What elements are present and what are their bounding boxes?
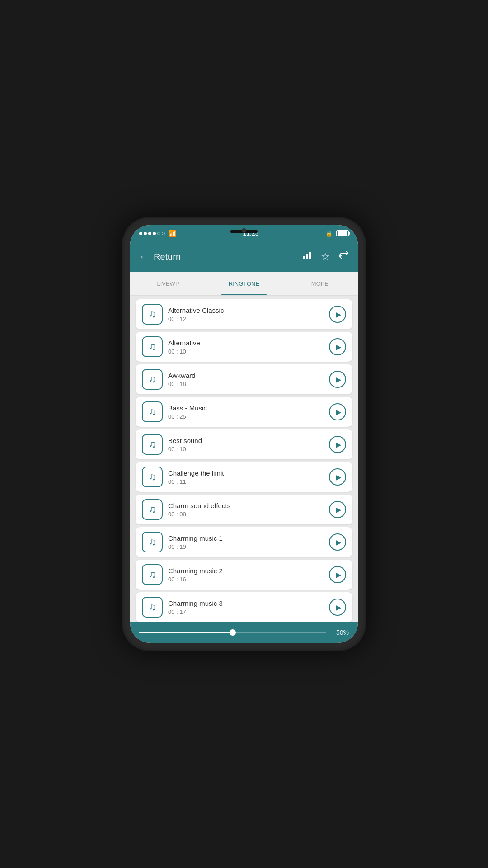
song-thumb-6: ♫	[142, 499, 163, 520]
song-item-2[interactable]: ♫ Awkward 00 : 18 ▶	[136, 364, 352, 394]
song-title-5: Challenge the limit	[168, 469, 324, 477]
song-item-1[interactable]: ♫ Alternative 00 : 10 ▶	[136, 332, 352, 362]
play-icon-1: ▶	[336, 343, 341, 351]
signal-dot-3	[148, 232, 151, 235]
share-icon[interactable]	[339, 250, 349, 263]
play-button-4[interactable]: ▶	[329, 436, 346, 453]
tab-ringtone[interactable]: RINGTONE	[206, 272, 282, 295]
music-note-icon-6: ♫	[149, 504, 156, 515]
play-button-6[interactable]: ▶	[329, 501, 346, 518]
svg-rect-2	[309, 252, 311, 259]
status-right: 🔒	[325, 230, 349, 237]
song-info-3: Bass - Music 00 : 25	[168, 404, 324, 420]
song-thumb-8: ♫	[142, 564, 163, 585]
tab-livewp[interactable]: LIVEWP	[130, 272, 206, 295]
volume-slider-fill	[139, 632, 233, 633]
song-duration-2: 00 : 18	[168, 381, 324, 387]
signal-dot-2	[144, 232, 147, 235]
play-button-8[interactable]: ▶	[329, 566, 346, 583]
app-header: ← Return ☆	[130, 241, 358, 272]
play-button-9[interactable]: ▶	[329, 599, 346, 616]
phone-screen: 📶 11:23 🔒 ← Return	[130, 225, 358, 643]
star-icon[interactable]: ☆	[321, 251, 330, 263]
song-item-9[interactable]: ♫ Charming music 3 00 : 17 ▶	[136, 592, 352, 622]
play-button-7[interactable]: ▶	[329, 533, 346, 551]
song-info-7: Charming music 1 00 : 19	[168, 534, 324, 550]
song-item-8[interactable]: ♫ Charming music 2 00 : 16 ▶	[136, 560, 352, 590]
back-arrow-icon: ←	[139, 251, 149, 263]
signal-dot-6	[162, 232, 165, 235]
song-title-6: Charm sound effects	[168, 502, 324, 509]
status-bar: 📶 11:23 🔒	[130, 225, 358, 241]
song-thumb-3: ♫	[142, 401, 163, 422]
volume-percent: 50%	[333, 629, 349, 636]
play-button-2[interactable]: ▶	[329, 371, 346, 388]
play-icon-7: ▶	[336, 538, 341, 547]
header-title: Return	[154, 252, 181, 262]
song-thumb-1: ♫	[142, 336, 163, 357]
song-duration-3: 00 : 25	[168, 413, 324, 420]
song-info-6: Charm sound effects 00 : 08	[168, 502, 324, 518]
song-item-4[interactable]: ♫ Best sound 00 : 10 ▶	[136, 429, 352, 459]
tabs-bar: LIVEWP RINGTONE MOPE	[130, 272, 358, 296]
song-thumb-7: ♫	[142, 532, 163, 552]
music-note-icon-0: ♫	[149, 308, 156, 320]
back-button[interactable]: ← Return	[139, 251, 302, 263]
song-duration-8: 00 : 16	[168, 576, 324, 583]
play-button-5[interactable]: ▶	[329, 468, 346, 486]
song-title-2: Awkward	[168, 372, 324, 379]
signal-dot-5	[157, 232, 160, 235]
svg-rect-0	[303, 256, 305, 259]
phone-frame: 📶 11:23 🔒 ← Return	[122, 217, 366, 651]
song-item-7[interactable]: ♫ Charming music 1 00 : 19 ▶	[136, 527, 352, 557]
play-icon-6: ▶	[336, 505, 341, 514]
svg-rect-1	[306, 254, 308, 259]
song-item-5[interactable]: ♫ Challenge the limit 00 : 11 ▶	[136, 462, 352, 492]
song-title-7: Charming music 1	[168, 534, 324, 542]
song-thumb-9: ♫	[142, 597, 163, 618]
song-duration-7: 00 : 19	[168, 543, 324, 550]
tab-more[interactable]: MOPE	[282, 272, 358, 295]
song-list: ♫ Alternative Classic 00 : 12 ▶ ♫ Altern…	[130, 296, 358, 622]
wifi-icon: 📶	[169, 230, 176, 237]
music-note-icon-1: ♫	[149, 341, 156, 353]
song-thumb-5: ♫	[142, 467, 163, 487]
song-title-3: Bass - Music	[168, 404, 324, 412]
song-item-6[interactable]: ♫ Charm sound effects 00 : 08 ▶	[136, 495, 352, 524]
play-icon-0: ▶	[336, 310, 341, 319]
music-note-icon-8: ♫	[149, 569, 156, 580]
song-duration-6: 00 : 08	[168, 511, 324, 518]
song-title-1: Alternative	[168, 339, 324, 347]
play-button-3[interactable]: ▶	[329, 403, 346, 420]
play-icon-4: ▶	[336, 440, 341, 449]
chart-bar-icon[interactable]	[302, 250, 312, 263]
song-info-9: Charming music 3 00 : 17	[168, 599, 324, 615]
music-note-icon-4: ♫	[149, 439, 156, 450]
song-info-0: Alternative Classic 00 : 12	[168, 307, 324, 322]
play-icon-2: ▶	[336, 375, 341, 384]
play-button-1[interactable]: ▶	[329, 338, 346, 355]
song-thumb-0: ♫	[142, 304, 163, 325]
volume-bar: 50%	[130, 622, 358, 643]
volume-thumb[interactable]	[230, 629, 236, 636]
song-info-2: Awkward 00 : 18	[168, 372, 324, 387]
song-duration-9: 00 : 17	[168, 609, 324, 615]
music-note-icon-5: ♫	[149, 471, 156, 483]
song-info-8: Charming music 2 00 : 16	[168, 567, 324, 583]
play-button-0[interactable]: ▶	[329, 306, 346, 323]
song-duration-1: 00 : 10	[168, 348, 324, 355]
volume-slider-track[interactable]	[139, 632, 326, 633]
phone-camera	[242, 228, 246, 233]
song-item-3[interactable]: ♫ Bass - Music 00 : 25 ▶	[136, 397, 352, 427]
music-note-icon-9: ♫	[149, 601, 156, 613]
play-icon-8: ▶	[336, 571, 341, 579]
song-thumb-2: ♫	[142, 369, 163, 390]
song-title-0: Alternative Classic	[168, 307, 324, 314]
song-duration-4: 00 : 10	[168, 446, 324, 453]
song-title-8: Charming music 2	[168, 567, 324, 575]
play-icon-9: ▶	[336, 603, 341, 612]
song-item-0[interactable]: ♫ Alternative Classic 00 : 12 ▶	[136, 299, 352, 329]
song-info-1: Alternative 00 : 10	[168, 339, 324, 355]
song-info-5: Challenge the limit 00 : 11	[168, 469, 324, 485]
song-duration-0: 00 : 12	[168, 316, 324, 322]
